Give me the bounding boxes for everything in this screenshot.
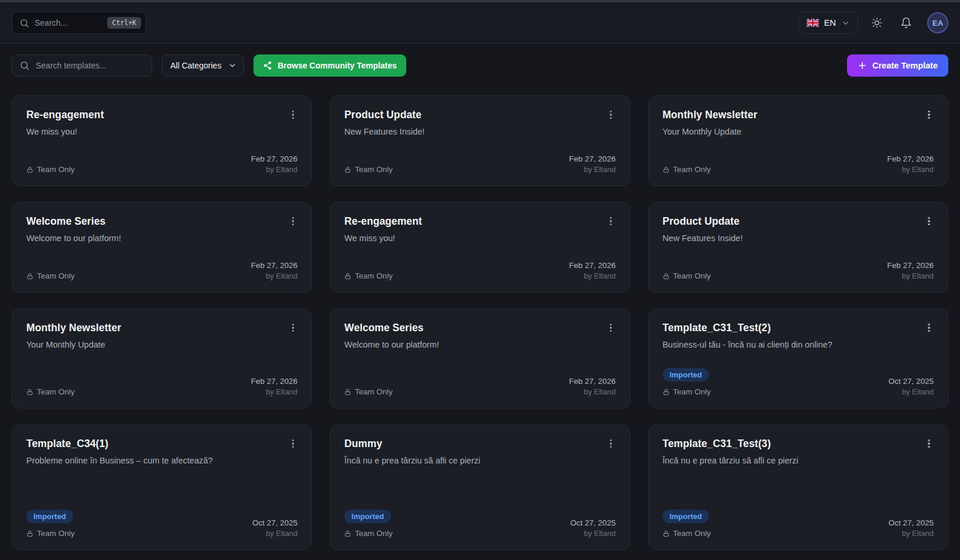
card-menu-button[interactable]	[922, 437, 936, 451]
chevron-down-icon	[228, 61, 236, 70]
template-subtitle: New Features Inside!	[663, 233, 934, 243]
card-menu-button[interactable]	[286, 437, 300, 451]
visibility-label: Team Only	[26, 529, 75, 538]
card-menu-button[interactable]	[604, 108, 618, 122]
template-title: Product Update	[344, 109, 421, 121]
visibility-label: Team Only	[26, 165, 75, 174]
card-date: Feb 27, 2026	[569, 261, 616, 270]
lock-icon	[26, 166, 33, 173]
visibility-label: Team Only	[663, 529, 711, 538]
card-menu-button[interactable]	[604, 214, 618, 228]
card-author: by Eltand	[569, 387, 616, 396]
lock-icon	[26, 530, 33, 537]
template-card[interactable]: Monthly Newsletter Your Monthly Update T…	[648, 95, 948, 186]
template-title: Product Update	[663, 215, 740, 228]
browse-community-label: Browse Community Templates	[277, 61, 397, 70]
template-title: Monthly Newsletter	[26, 322, 121, 334]
imported-badge: Imported	[26, 510, 73, 523]
template-title: Welcome Series	[344, 322, 423, 334]
card-date: Feb 27, 2026	[887, 154, 934, 163]
template-card[interactable]: Product Update New Features Inside! Team…	[648, 202, 948, 293]
template-subtitle: New Features Inside!	[344, 127, 615, 136]
template-subtitle: Business-ul tău - încă nu ai clienți din…	[663, 340, 934, 349]
template-card[interactable]: Template_C31_Test(3) Încă nu e prea târz…	[648, 424, 948, 550]
template-grid: Re-engagement We miss you! Team Only	[12, 95, 948, 550]
card-date: Oct 27, 2025	[252, 518, 297, 527]
create-template-label: Create Template	[872, 61, 938, 70]
card-date: Feb 27, 2026	[251, 261, 298, 270]
global-search[interactable]: Ctrl+K	[12, 12, 146, 34]
card-author: by Eltand	[889, 529, 934, 538]
create-template-button[interactable]: Create Template	[847, 54, 948, 77]
uk-flag-icon	[807, 19, 819, 27]
template-search-input[interactable]	[36, 61, 145, 70]
visibility-label: Team Only	[344, 165, 393, 174]
template-card[interactable]: Product Update New Features Inside! Team…	[330, 95, 630, 186]
template-card[interactable]: Template_C31_Test(2) Business-ul tău - î…	[648, 308, 948, 408]
template-card[interactable]: Dummy Încă nu e prea târziu să afli ce p…	[330, 424, 630, 550]
template-title: Template_C34(1)	[26, 438, 108, 450]
visibility-label: Team Only	[344, 387, 393, 396]
template-search[interactable]	[12, 54, 152, 77]
template-card[interactable]: Monthly Newsletter Your Monthly Update T…	[12, 308, 312, 408]
theme-toggle-button[interactable]	[866, 12, 887, 33]
template-card[interactable]: Welcome Series Welcome to our platform! …	[330, 308, 630, 408]
shortcut-badge: Ctrl+K	[107, 17, 141, 29]
card-menu-button[interactable]	[922, 321, 936, 335]
search-icon	[19, 60, 30, 71]
card-author: by Eltand	[887, 272, 934, 280]
language-selector[interactable]: EN	[798, 12, 858, 34]
template-subtitle: Încă nu e prea târziu să afli ce pierzi	[663, 456, 934, 465]
search-icon	[19, 18, 29, 28]
lock-icon	[344, 530, 351, 537]
share-nodes-icon	[263, 61, 272, 70]
card-date: Feb 27, 2026	[251, 377, 298, 386]
card-author: by Eltand	[252, 529, 297, 538]
card-menu-button[interactable]	[286, 108, 300, 122]
browse-community-button[interactable]: Browse Community Templates	[253, 54, 406, 77]
template-card[interactable]: Re-engagement We miss you! Team Only	[330, 202, 630, 293]
templates-page: All Categories Browse Community Template…	[0, 44, 960, 550]
template-card[interactable]: Template_C34(1) Probleme online în Busin…	[12, 424, 312, 550]
chevron-down-icon	[841, 19, 850, 28]
template-subtitle: Your Monthly Update	[663, 127, 934, 136]
card-menu-button[interactable]	[604, 437, 618, 451]
card-author: by Eltand	[251, 272, 298, 280]
card-date: Feb 27, 2026	[569, 154, 616, 163]
template-subtitle: We miss you!	[344, 233, 615, 243]
lock-icon	[663, 389, 670, 396]
card-author: by Eltand	[569, 272, 616, 280]
card-date: Oct 27, 2025	[570, 518, 615, 527]
card-author: by Eltand	[570, 529, 615, 538]
visibility-label: Team Only	[344, 529, 393, 538]
card-author: by Eltand	[569, 165, 616, 174]
imported-badge: Imported	[663, 368, 709, 382]
card-menu-button[interactable]	[286, 321, 300, 335]
template-title: Template_C31_Test(3)	[663, 438, 771, 450]
template-subtitle: Probleme online în Business – cum te afe…	[26, 456, 297, 465]
category-select[interactable]: All Categories	[162, 54, 244, 77]
template-title: Re-engagement	[344, 215, 422, 228]
template-card[interactable]: Re-engagement We miss you! Team Only	[12, 95, 312, 186]
card-date: Oct 27, 2025	[889, 377, 934, 386]
template-subtitle: Încă nu e prea târziu să afli ce pierzi	[344, 456, 615, 465]
card-menu-button[interactable]	[922, 108, 936, 122]
imported-badge: Imported	[663, 510, 709, 523]
language-label: EN	[824, 18, 836, 28]
visibility-label: Team Only	[26, 387, 75, 396]
card-menu-button[interactable]	[604, 321, 618, 335]
card-author: by Eltand	[251, 387, 298, 396]
visibility-label: Team Only	[663, 272, 711, 280]
template-card[interactable]: Welcome Series Welcome to our platform! …	[12, 202, 312, 293]
notifications-button[interactable]	[896, 12, 917, 33]
global-search-input[interactable]	[35, 18, 102, 28]
card-menu-button[interactable]	[286, 214, 300, 228]
template-title: Dummy	[344, 438, 382, 450]
avatar[interactable]: EA	[927, 12, 948, 33]
template-title: Template_C31_Test(2)	[663, 322, 771, 334]
card-menu-button[interactable]	[922, 214, 936, 228]
visibility-label: Team Only	[344, 272, 393, 280]
template-title: Re-engagement	[26, 109, 104, 121]
lock-icon	[663, 273, 670, 280]
visibility-label: Team Only	[663, 165, 711, 174]
